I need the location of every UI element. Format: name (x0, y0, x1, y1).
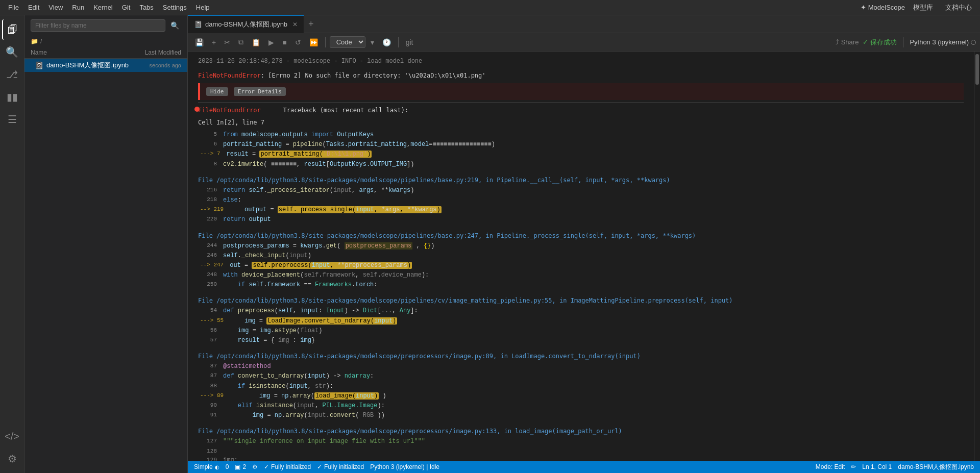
ct-89: img = np.array(load_image(input) ) (230, 391, 962, 401)
trace-file-1-code: 216 return self._process_iterator(input,… (198, 184, 964, 227)
menu-tabs[interactable]: Tabs (135, 2, 157, 13)
ln-248: 248 (200, 270, 223, 280)
menu-git[interactable]: Git (118, 2, 135, 13)
line-count[interactable]: 0 (226, 463, 229, 470)
mode-label: Mode: Edit (816, 463, 845, 470)
file-item-notebook[interactable]: 📓 damo-BSHM人像抠图.ipynb seconds ago (24, 59, 187, 72)
ln-128: 128 (200, 447, 223, 456)
ln-91: 91 (200, 411, 223, 420)
toolbar-right: ⤴ Share ✓ 保存成功 Python 3 (ipykernel) (836, 37, 976, 47)
kernel-info[interactable]: Python 3 (ipykernel) (910, 38, 976, 46)
kernel-status-item[interactable]: ✓ Fully initialized (317, 463, 364, 470)
menu-edit[interactable]: Edit (24, 2, 43, 13)
filename-status[interactable]: damo-BSHM人像抠图.ipynb (898, 463, 974, 471)
ln-90: 90 (200, 401, 223, 410)
ln-87b: 87 (200, 371, 223, 381)
ipykernel-status[interactable]: Python 3 (ipykernel) | Idle (370, 463, 439, 470)
timestamp-output: 2023-11-26 20:18:48,278 - modelscope - I… (198, 56, 964, 67)
simple-label: Simple (194, 463, 213, 470)
ct-56: img = img.astype(float) (223, 326, 962, 336)
cell-type-dropdown[interactable]: ▾ (368, 36, 377, 48)
file-tree-header: 📁 / (24, 36, 187, 47)
toc-icon[interactable]: ☰ (2, 109, 22, 130)
share-icon: ⤴ (836, 38, 839, 46)
ct-88: if isinstance(input, str): (223, 382, 962, 391)
checkmark-icon: ✓ (863, 38, 868, 46)
ln-250: 250 (200, 280, 223, 289)
trace1-line-218: 218 else: (198, 195, 964, 205)
simple-mode-toggle[interactable]: Simple ◐ (194, 463, 219, 470)
git-status-icon[interactable]: ✓ Fully initialized (264, 463, 311, 470)
ln-56: 56 (200, 326, 223, 335)
ct-54: def preprocess(self, input: Input) -> Di… (223, 306, 962, 316)
cell-count[interactable]: ▣ 2 (235, 463, 246, 470)
hide-error-controls: Hide Error Details (206, 87, 958, 96)
git-label[interactable]: git (403, 36, 416, 48)
root-path: / (40, 38, 42, 45)
add-cell-button[interactable]: + (209, 36, 219, 48)
trace-file-3-path: File /opt/conda/lib/python3.8/site-packa… (198, 297, 964, 304)
line-count-value: 0 (226, 463, 229, 470)
menu-kernel[interactable]: Kernel (89, 2, 117, 13)
tab-close-button[interactable]: ✕ (292, 21, 298, 28)
filnotfound-error-label: FileNotFoundError (198, 106, 261, 115)
paste-cell-button[interactable]: 📋 (249, 36, 263, 48)
restart-run-button[interactable]: ⏩ (306, 36, 321, 48)
trace4-line-88: 88 if isinstance(input, str): (198, 382, 964, 391)
kernel-status-circle (971, 40, 976, 45)
menu-settings[interactable]: Settings (159, 2, 191, 13)
trace3-line-55-arrow: ---> 55 img = LoadImage.convert_to_ndarr… (198, 316, 964, 326)
cell-type-selector[interactable]: Code (330, 36, 365, 48)
search-input[interactable] (31, 19, 165, 32)
search-button[interactable]: 🔍 (168, 20, 181, 31)
clock-button[interactable]: 🕐 (379, 36, 394, 48)
error-details-button[interactable]: Error Details (234, 87, 286, 96)
explorer-icon[interactable]: 🗐 (2, 19, 22, 40)
error-message: [Errno 2] No such file or directory: '\u… (268, 71, 485, 80)
settings-gear-icon[interactable]: ⚙ (2, 449, 22, 469)
menu-help[interactable]: Help (192, 2, 214, 13)
file-trace-5: File /opt/conda/lib/python3.8/site-packa… (198, 428, 964, 461)
trace-file-2-code: 244 postprocess_params = kwargs.get( pos… (198, 239, 964, 292)
share-button[interactable]: ⤴ Share (836, 38, 859, 46)
edit-icon-status[interactable]: ✏ (851, 463, 856, 471)
copy-cell-button[interactable]: ⧉ (235, 36, 247, 48)
run-indicator-dot (194, 107, 200, 112)
model-library-link[interactable]: 模型库 (909, 1, 937, 14)
stop-kernel-button[interactable]: ■ (279, 36, 289, 48)
vertical-scrollbar[interactable] (974, 52, 980, 461)
cell-code-block: 5 from modelscope.outputs import OutputK… (198, 128, 964, 171)
edit-mode-status[interactable]: Mode: Edit (816, 463, 845, 471)
save-toolbar-button[interactable]: 💾 (192, 36, 207, 48)
menu-file[interactable]: File (4, 2, 23, 13)
ct-219: output = self._process_single(input, *ar… (230, 205, 962, 215)
scrollbar-thumb[interactable] (975, 54, 979, 85)
hide-error-button[interactable]: Hide (206, 87, 228, 96)
ln-88: 88 (200, 382, 223, 391)
variables-icon[interactable]: </> (2, 426, 22, 446)
notebook-tab[interactable]: 📓 damo-BSHM人像抠图.ipynb ✕ (188, 15, 304, 33)
run-cell-button[interactable]: ▶ (265, 36, 277, 48)
git-activity-icon[interactable]: ⎇ (2, 64, 22, 85)
menu-bar: File Edit View Run Kernel Git Tabs Setti… (0, 0, 980, 15)
ln-216: 216 (200, 186, 223, 195)
col-modified: Last Modified (145, 49, 181, 56)
settings-icon-status[interactable]: ⚙ (252, 463, 258, 470)
extensions-icon[interactable]: ▮▮ (2, 87, 22, 107)
search-activity-icon[interactable]: 🔍 (2, 42, 22, 62)
new-tab-button[interactable]: + (304, 19, 318, 30)
activity-bar: 🗐 🔍 ⎇ ▮▮ ☰ </> ⚙ (0, 15, 24, 473)
trace-file-5-code: 127 """single inference on input image f… (198, 435, 964, 461)
restart-kernel-button[interactable]: ↺ (292, 36, 304, 48)
menu-run[interactable]: Run (68, 2, 88, 13)
cut-cell-button[interactable]: ✂ (221, 36, 233, 48)
ln-127: 127 (200, 437, 223, 446)
docs-link[interactable]: 文档中心 (941, 1, 976, 14)
menu-view[interactable]: View (44, 2, 67, 13)
trace1-line-220: 220 return output (198, 215, 964, 225)
trace2-line-246: 246 self._check_input(input) (198, 251, 964, 261)
toolbar-sep-3 (903, 37, 903, 47)
ct-127: """single inference on input image file … (223, 437, 962, 446)
code-line-8: 8 cv2.imwrite( ■■■■■■■, result[OutputKey… (198, 160, 964, 169)
trace3-line-57: 57 result = { img : img} (198, 336, 964, 345)
